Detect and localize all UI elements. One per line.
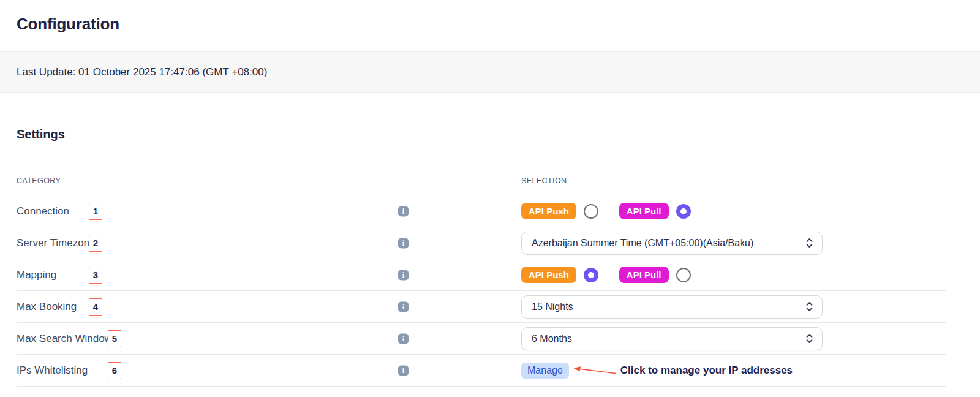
api-push-badge: API Push <box>521 267 576 283</box>
api-push-badge: API Push <box>521 203 576 219</box>
info-icon[interactable]: i <box>398 301 409 312</box>
api-pull-radio[interactable] <box>676 204 691 219</box>
table-row-ips-whitelisting: IPs Whitelisting 6 i Manage Click to man… <box>17 355 946 387</box>
info-icon[interactable]: i <box>398 270 409 280</box>
info-icon[interactable]: i <box>398 206 409 216</box>
settings-table: CATEGORY SELECTION Connection 1 i API Pu… <box>17 176 946 387</box>
api-push-radio[interactable] <box>584 204 598 219</box>
selection-cell-ips-whitelisting: Manage Click to manage your IP addresses <box>521 355 823 386</box>
row-label-server-timezone: Server Timezone <box>17 237 96 249</box>
max-booking-select[interactable]: 15 Nights <box>521 295 823 319</box>
chevron-updown-icon <box>805 237 814 249</box>
timezone-select[interactable]: Azerbaijan Summer Time (GMT+05:00)(Asia/… <box>521 232 823 255</box>
page-header: Configuration <box>0 0 980 51</box>
column-header-category: CATEGORY <box>17 176 61 185</box>
table-header-row: CATEGORY SELECTION <box>17 176 946 195</box>
table-row-max-search-window: Max Search Window 5 i 6 Months <box>17 323 946 355</box>
option-api-push: API Push <box>521 267 598 283</box>
option-api-pull: API Pull <box>619 203 691 219</box>
annotation-marker-6: 6 <box>108 362 121 379</box>
max-search-window-select[interactable]: 6 Months <box>521 327 823 350</box>
manage-button[interactable]: Manage <box>521 363 569 379</box>
selection-cell-max-booking: 15 Nights <box>521 291 823 322</box>
last-update-bar: Last Update: 01 October 2025 17:47:06 (G… <box>0 51 980 93</box>
api-pull-badge: API Pull <box>619 267 669 283</box>
row-label-max-search-window: Max Search Window <box>17 333 112 345</box>
option-api-push: API Push <box>521 203 598 219</box>
selection-cell-server-timezone: Azerbaijan Summer Time (GMT+05:00)(Asia/… <box>521 227 823 259</box>
table-row-mapping: Mapping 3 i API Push API Pull <box>17 259 946 291</box>
page-title: Configuration <box>17 15 980 34</box>
api-pull-badge: API Pull <box>619 203 669 219</box>
row-label-mapping: Mapping <box>17 269 56 281</box>
api-pull-radio[interactable] <box>676 268 691 282</box>
annotation-marker-5: 5 <box>108 330 121 347</box>
selection-cell-connection: API Push API Pull <box>521 195 823 227</box>
annotation-marker-1: 1 <box>89 203 102 220</box>
table-row-server-timezone: Server Timezone 2 i Azerbaijan Summer Ti… <box>17 227 946 259</box>
annotation-marker-3: 3 <box>89 267 102 284</box>
last-update-text: Last Update: 01 October 2025 17:47:06 (G… <box>17 66 267 78</box>
api-push-radio[interactable] <box>584 268 598 282</box>
row-label-connection: Connection <box>17 205 69 217</box>
table-row-connection: Connection 1 i API Push API Pull <box>17 195 946 227</box>
option-api-pull: API Pull <box>619 267 691 283</box>
column-header-selection: SELECTION <box>521 176 567 185</box>
settings-heading: Settings <box>17 126 980 142</box>
chevron-updown-icon <box>805 301 814 312</box>
selection-cell-max-search-window: 6 Months <box>521 323 823 354</box>
max-booking-select-value: 15 Nights <box>532 301 573 312</box>
chevron-updown-icon <box>805 333 814 344</box>
annotation-marker-2: 2 <box>89 235 102 252</box>
row-label-ips-whitelisting: IPs Whitelisting <box>17 365 88 377</box>
info-icon[interactable]: i <box>398 333 409 344</box>
row-label-max-booking: Max Booking <box>17 301 77 313</box>
annotation-arrow-icon <box>573 365 617 376</box>
annotation-note: Click to manage your IP addresses <box>620 365 793 377</box>
info-icon[interactable]: i <box>398 238 409 248</box>
annotation-marker-4: 4 <box>89 298 102 316</box>
timezone-select-value: Azerbaijan Summer Time (GMT+05:00)(Asia/… <box>532 238 753 249</box>
info-icon[interactable]: i <box>398 365 409 376</box>
table-row-max-booking: Max Booking 4 i 15 Nights <box>17 291 946 323</box>
max-search-window-select-value: 6 Months <box>532 333 572 344</box>
selection-cell-mapping: API Push API Pull <box>521 259 823 290</box>
